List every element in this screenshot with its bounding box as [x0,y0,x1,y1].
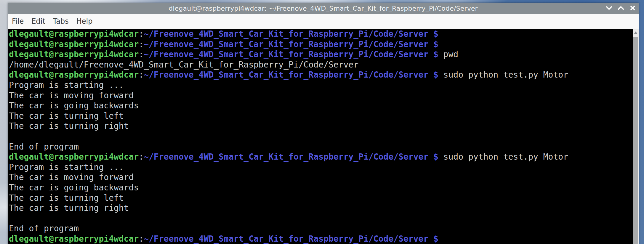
chevron-up-icon [618,6,624,11]
terminal-text-segment: $ [428,234,438,244]
terminal-text-segment: dlegault@raspberrypi4wdcar [9,29,139,39]
terminal-line: The car is turning left [9,111,633,121]
terminal-text-segment: The car is going backwards [9,183,139,192]
terminal-text-segment: ~/Freenove_4WD_Smart_Car_Kit_for_Raspber… [144,152,428,162]
terminal-text-segment: ~/Freenove_4WD_Smart_Car_Kit_for_Raspber… [144,234,428,244]
terminal-text-segment: The car is moving forward [9,172,134,182]
terminal-text-segment: ~/Freenove_4WD_Smart_Car_Kit_for_Raspber… [144,29,428,39]
terminal-line: /home/dlegault/Freenove_4WD_Smart_Car_Ki… [9,60,633,70]
terminal-line: dlegault@raspberrypi4wdcar:~/Freenove_4W… [9,152,633,162]
terminal-line: dlegault@raspberrypi4wdcar:~/Freenove_4W… [9,29,633,39]
menu-tabs[interactable]: Tabs [53,17,69,25]
terminal-text-segment: dlegault@raspberrypi4wdcar [9,234,139,244]
terminal-text-segment: $ [428,49,438,59]
terminal-scrollbar[interactable] [633,29,639,244]
terminal-text-segment: End of program [9,142,79,152]
triangle-up-icon [634,31,637,34]
terminal-text-segment: Program is starting ... [9,162,124,172]
terminal-text-segment: ~/Freenove_4WD_Smart_Car_Kit_for_Raspber… [144,49,428,59]
terminal-output: dlegault@raspberrypi4wdcar:~/Freenove_4W… [8,29,633,244]
menu-file[interactable]: File [12,17,24,25]
terminal-text-segment: : [139,49,144,59]
terminal-text-segment: The car is going backwards [9,101,139,110]
terminal-text-segment: $ [428,39,438,49]
terminal-line: The car is moving forward [9,172,633,183]
terminal-line: The car is turning left [9,193,633,203]
terminal-line: End of program [9,224,633,234]
terminal-text-segment: pwd [438,49,458,59]
terminal-line: Program is starting ... [9,80,633,91]
terminal-text-segment: ~/Freenove_4WD_Smart_Car_Kit_for_Raspber… [144,70,428,80]
terminal-text-segment: $ [428,152,438,162]
terminal-pane[interactable]: dlegault@raspberrypi4wdcar:~/Freenove_4W… [8,29,639,244]
terminal-line: dlegault@raspberrypi4wdcar:~/Freenove_4W… [9,39,633,50]
terminal-text-segment: dlegault@raspberrypi4wdcar [9,152,139,162]
menu-bar: File Edit Tabs Help [8,14,639,29]
terminal-text-segment: : [139,234,144,244]
terminal-window: dlegault@raspberrypi4wdcar: ~/Freenove_4… [8,3,639,244]
chevron-down-icon [606,6,612,11]
window-titlebar[interactable]: dlegault@raspberrypi4wdcar: ~/Freenove_4… [8,3,639,14]
terminal-text-segment: The car is turning right [9,121,129,131]
terminal-text-segment: sudo python test.py Motor [438,70,568,80]
close-icon [630,5,635,12]
terminal-line: The car is turning right [9,121,633,131]
terminal-text-segment: Program is starting ... [9,80,124,90]
menu-edit[interactable]: Edit [31,17,45,25]
terminal-line: dlegault@raspberrypi4wdcar:~/Freenove_4W… [9,234,633,244]
terminal-text-segment: : [139,70,144,80]
terminal-line: The car is going backwards [9,183,633,193]
terminal-text-segment: dlegault@raspberrypi4wdcar [9,49,139,59]
terminal-line: dlegault@raspberrypi4wdcar:~/Freenove_4W… [9,70,633,80]
minimize-button[interactable] [605,5,613,12]
terminal-text-segment: $ [428,29,438,39]
terminal-text-segment: sudo python test.py Motor [438,152,568,162]
scrollbar-thumb[interactable] [633,37,638,244]
terminal-text-segment: $ [428,70,438,80]
terminal-line: Program is starting ... [9,162,633,173]
terminal-line [9,213,633,224]
window-controls [605,3,636,14]
terminal-text-segment: dlegault@raspberrypi4wdcar [9,70,139,80]
terminal-text-segment: The car is turning left [9,111,124,121]
maximize-button[interactable] [617,5,624,12]
terminal-text-segment: dlegault@raspberrypi4wdcar [9,39,139,49]
terminal-line: The car is turning right [9,203,633,213]
desktop-wallpaper: { "window": { "title": "dlegault@raspber… [0,0,644,244]
window-title: dlegault@raspberrypi4wdcar: ~/Freenove_4… [8,3,639,14]
scroll-up-button[interactable] [633,29,639,36]
terminal-text-segment: /home/dlegault/Freenove_4WD_Smart_Car_Ki… [9,60,358,70]
terminal-line: The car is moving forward [9,91,633,101]
terminal-text-segment: The car is moving forward [9,91,134,100]
terminal-line: End of program [9,142,633,152]
terminal-text-segment: The car is turning right [9,203,129,213]
terminal-text-segment: : [139,39,144,49]
terminal-text-segment: : [139,29,144,39]
terminal-text-segment: The car is turning left [9,193,124,203]
terminal-line: The car is going backwards [9,101,633,111]
terminal-text-segment: ~/Freenove_4WD_Smart_Car_Kit_for_Raspber… [144,39,428,49]
terminal-text-segment: End of program [9,224,79,233]
menu-help[interactable]: Help [76,17,93,25]
terminal-text-segment: : [139,152,144,162]
terminal-line [9,131,633,142]
close-button[interactable] [629,5,636,12]
terminal-line: dlegault@raspberrypi4wdcar:~/Freenove_4W… [9,49,633,60]
